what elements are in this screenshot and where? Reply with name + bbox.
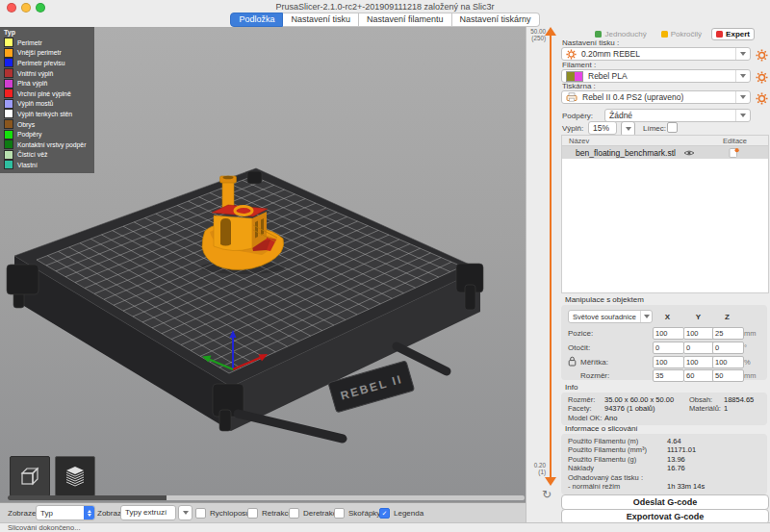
layers-icon	[64, 465, 87, 488]
print-settings-detail-button[interactable]	[755, 48, 768, 62]
tab-plater[interactable]: Podložka	[230, 13, 283, 27]
print-settings-gear-icon	[566, 49, 577, 60]
tab-bar: Podložka Nastavení tisku Nastavení filam…	[0, 13, 770, 27]
info-materials-value: 1	[724, 404, 767, 413]
coordinate-system-dropdown[interactable]: Světové souřadnice	[568, 310, 653, 323]
print-settings-label: Nastavení tisku :	[562, 38, 619, 47]
checkbox-shells[interactable]	[334, 508, 345, 519]
dropdown-stepper-icon	[84, 506, 94, 519]
rotate-y-input[interactable]: 0	[683, 342, 715, 354]
send-gcode-button[interactable]: Odeslat G-code	[561, 494, 769, 510]
eye-icon[interactable]	[683, 149, 695, 157]
scale-label: Měřítka:	[580, 358, 608, 367]
color-chip	[4, 139, 13, 149]
rotate-z-input[interactable]: 0	[712, 342, 744, 354]
edit-object-icon[interactable]	[729, 147, 739, 158]
printer-detail-button[interactable]	[755, 91, 768, 105]
size-label: Rozměr:	[580, 371, 609, 380]
lock-icon[interactable]	[568, 356, 577, 367]
rotate-label: Otočit:	[568, 343, 590, 352]
slider-reset-icon[interactable]: ↻	[542, 489, 552, 500]
brim-checkbox[interactable]	[667, 122, 678, 133]
checkbox-legend[interactable]	[379, 508, 390, 519]
info-panel: Rozměr: 35.00 x 60.00 x 50.00 Obsah: 188…	[561, 393, 767, 425]
tab-print-settings[interactable]: Nastavení tisku	[283, 13, 359, 27]
object-name: ben_floating_benchmark.stl	[576, 148, 676, 158]
view-type-dropdown[interactable]: Typ	[36, 505, 95, 520]
cube-icon	[18, 465, 41, 488]
mode-expert-button[interactable]: Expert	[711, 28, 755, 40]
rotate-x-input[interactable]: 0	[653, 342, 684, 354]
show-filter-field[interactable]: Typy extruzí	[120, 505, 176, 520]
legend-item: Kontaktní vrstvy podpěr	[4, 139, 94, 150]
position-z-input[interactable]: 25	[712, 327, 744, 340]
window-title: PrusaSlicer-2.1.0-rc2+-201909111218 zalo…	[0, 2, 770, 12]
legend-item: Plná výplň	[4, 78, 94, 89]
view-3d-button[interactable]	[10, 456, 50, 496]
brim-label: Límec:	[643, 124, 666, 133]
print-settings-dropdown[interactable]: 0.20mm REBEL	[561, 47, 751, 61]
color-chip	[4, 160, 13, 169]
prusaslicer-window: PrusaSlicer-2.1.0-rc2+-201909111218 zalo…	[0, 0, 770, 532]
scale-z-input[interactable]: 100	[712, 356, 744, 368]
preview-toolbar: Zobrazení Typ Zobrazit Typy extruzí Rych…	[0, 502, 526, 523]
mode-advanced-button[interactable]: Pokročilý	[656, 28, 706, 40]
tab-filament-settings[interactable]: Nastavení filamentu	[359, 13, 452, 27]
color-chip	[4, 150, 13, 160]
checkbox-retractions[interactable]	[247, 508, 258, 519]
printer-label: Tiskárna :	[562, 82, 596, 90]
layer-slider-bottom-label: 0.20 (1)	[526, 462, 546, 475]
3d-viewport[interactable]: REBEL II	[0, 27, 526, 502]
layer-slider[interactable]: 50.00 (250) 0.20 (1) ↻	[526, 27, 557, 522]
color-chip	[4, 38, 13, 47]
legend-title: Typ	[4, 29, 94, 36]
legend-item: Perimetr převisu	[4, 58, 94, 68]
status-bar: Slicování dokončeno...	[0, 522, 770, 532]
checkbox-unretractions[interactable]	[289, 508, 299, 519]
infill-value-field[interactable]: 15%	[588, 121, 617, 135]
scale-y-input[interactable]: 100	[683, 356, 715, 368]
chevron-down-icon	[735, 70, 750, 82]
info-title: Info	[565, 383, 578, 392]
position-x-input[interactable]: 100	[653, 327, 684, 340]
chevron-down-icon	[735, 91, 750, 103]
object-row[interactable]: ben_floating_benchmark.stl	[562, 146, 768, 159]
printer-icon	[566, 92, 578, 102]
chevron-down-icon	[735, 48, 750, 60]
scale-x-input[interactable]: 100	[653, 356, 684, 368]
settings-sidebar: Jednoduchý Pokročilý Expert Nastavení ti…	[556, 27, 770, 522]
edit-column-header: Editace	[723, 137, 747, 145]
tab-printer-settings[interactable]: Nastavení tiskárny	[452, 13, 540, 27]
color-chip	[4, 89, 13, 98]
name-column-header: Název	[569, 137, 589, 145]
legend-item: Výplň mostů	[4, 99, 94, 110]
object-list[interactable]: ben_floating_benchmark.stl	[561, 145, 769, 293]
size-z-input[interactable]: 50	[712, 369, 744, 382]
filament-dropdown[interactable]: Rebel PLA	[561, 69, 751, 83]
layer-slider-track[interactable]	[550, 34, 552, 479]
horizontal-range-slider[interactable]	[8, 495, 525, 500]
color-chip	[4, 79, 13, 89]
checkbox-travel[interactable]	[195, 508, 206, 519]
position-y-input[interactable]: 100	[683, 327, 715, 340]
info-volume-label: Obsah:	[689, 395, 724, 404]
layer-slider-bottom-handle[interactable]	[545, 477, 556, 486]
sliced-info-panel: Použito Filamentu (m)4.64 Použito Filame…	[561, 434, 767, 494]
supports-dropdown[interactable]: Žádné	[604, 109, 751, 122]
view-preview-button[interactable]	[55, 456, 95, 496]
show-filter-dropdown-button[interactable]	[178, 505, 192, 520]
chevron-down-icon	[626, 127, 631, 131]
axis-y-header: Y	[683, 313, 713, 321]
gear-icon	[756, 71, 768, 84]
legend-item: Vrchní plné výplně	[4, 89, 94, 99]
info-facets-value: 94376 (1 obalů)	[604, 404, 689, 413]
infill-label: Výplň:	[562, 124, 583, 133]
size-x-input[interactable]: 35	[653, 369, 684, 382]
position-label: Pozice:	[568, 329, 593, 338]
color-chip	[4, 48, 13, 58]
mode-simple-icon	[595, 31, 602, 38]
size-y-input[interactable]: 60	[683, 369, 715, 382]
color-chip	[4, 130, 13, 139]
filament-detail-button[interactable]	[755, 70, 768, 84]
printer-dropdown[interactable]: Rebel II 0.4 PS2 (upraveno)	[561, 90, 751, 104]
